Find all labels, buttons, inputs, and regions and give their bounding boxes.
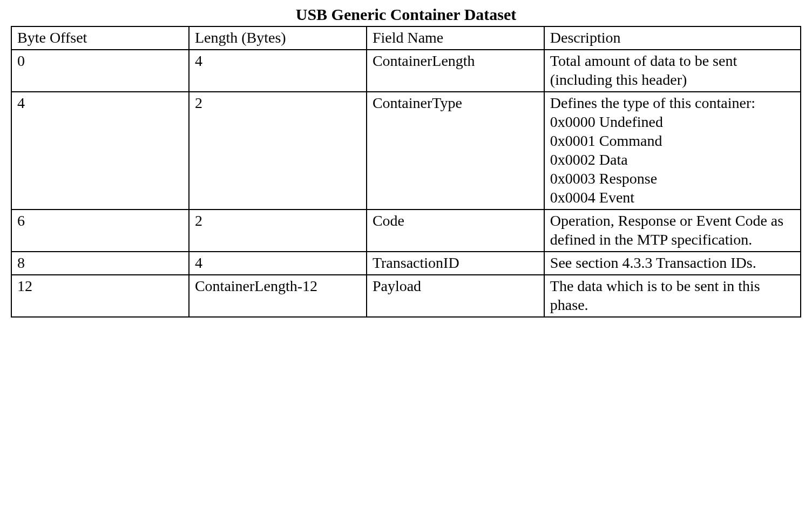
cell-description: Defines the type of this container:0x000…	[544, 92, 801, 210]
dataset-table: Byte Offset Length (Bytes) Field Name De…	[11, 26, 801, 318]
cell-length: 4	[189, 252, 367, 275]
cell-description: Total amount of data to be sent (includi…	[544, 50, 801, 92]
cell-field-name: Code	[367, 210, 544, 252]
cell-field-name: Payload	[367, 275, 544, 317]
cell-byte-offset: 0	[11, 50, 189, 92]
cell-field-name: TransactionID	[367, 252, 544, 275]
cell-field-name: ContainerType	[367, 92, 544, 210]
header-length: Length (Bytes)	[189, 26, 367, 50]
cell-length: 2	[189, 92, 367, 210]
table-row: 4 2 ContainerType Defines the type of th…	[11, 92, 801, 210]
header-field-name: Field Name	[367, 26, 544, 50]
header-byte-offset: Byte Offset	[11, 26, 189, 50]
cell-byte-offset: 8	[11, 252, 189, 275]
cell-length: 4	[189, 50, 367, 92]
table-row: 0 4 ContainerLength Total amount of data…	[11, 50, 801, 92]
cell-description: The data which is to be sent in this pha…	[544, 275, 801, 317]
table-row: 8 4 TransactionID See section 4.3.3 Tran…	[11, 252, 801, 275]
cell-length: 2	[189, 210, 367, 252]
cell-byte-offset: 4	[11, 92, 189, 210]
cell-length: ContainerLength-12	[189, 275, 367, 317]
table-header-row: Byte Offset Length (Bytes) Field Name De…	[11, 26, 801, 50]
table-row: 12 ContainerLength-12 Payload The data w…	[11, 275, 801, 317]
cell-description: See section 4.3.3 Transaction IDs.	[544, 252, 801, 275]
table-title: USB Generic Container Dataset	[11, 5, 801, 24]
cell-byte-offset: 12	[11, 275, 189, 317]
cell-description: Operation, Response or Event Code as def…	[544, 210, 801, 252]
cell-field-name: ContainerLength	[367, 50, 544, 92]
header-description: Description	[544, 26, 801, 50]
table-row: 6 2 Code Operation, Response or Event Co…	[11, 210, 801, 252]
cell-byte-offset: 6	[11, 210, 189, 252]
